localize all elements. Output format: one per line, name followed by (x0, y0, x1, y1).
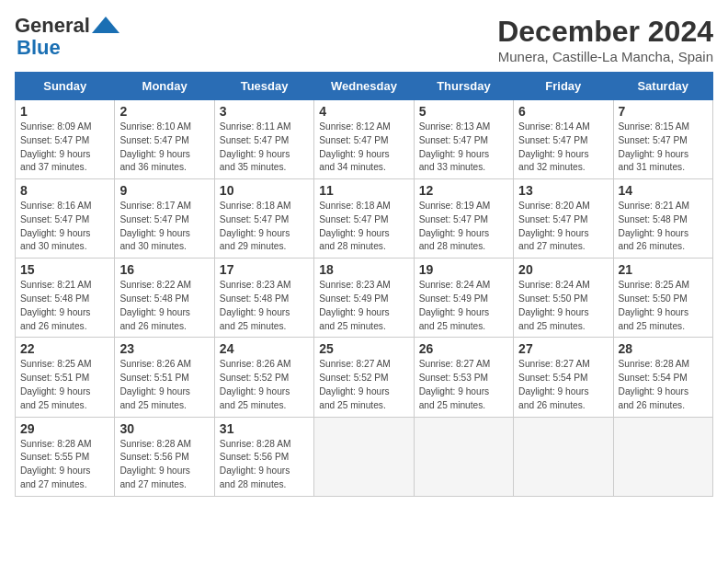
calendar-cell: 7Sunrise: 8:15 AM Sunset: 5:47 PM Daylig… (613, 100, 712, 179)
day-info: Sunrise: 8:27 AM Sunset: 5:54 PM Dayligh… (518, 358, 608, 412)
day-info: Sunrise: 8:17 AM Sunset: 5:47 PM Dayligh… (119, 200, 209, 254)
calendar-cell (514, 417, 613, 496)
day-info: Sunrise: 8:10 AM Sunset: 5:47 PM Dayligh… (119, 121, 209, 175)
calendar-cell: 5Sunrise: 8:13 AM Sunset: 5:47 PM Daylig… (414, 100, 513, 179)
calendar-cell: 17Sunrise: 8:23 AM Sunset: 5:48 PM Dayli… (214, 259, 313, 338)
day-info: Sunrise: 8:23 AM Sunset: 5:49 PM Dayligh… (319, 279, 408, 333)
day-info: Sunrise: 8:14 AM Sunset: 5:47 PM Dayligh… (518, 121, 608, 175)
day-number: 10 (220, 183, 309, 198)
header-tuesday: Tuesday (214, 73, 313, 100)
day-number: 8 (20, 183, 109, 198)
calendar-cell (613, 417, 712, 496)
day-info: Sunrise: 8:26 AM Sunset: 5:52 PM Dayligh… (220, 358, 309, 412)
logo-icon (92, 17, 119, 33)
day-info: Sunrise: 8:16 AM Sunset: 5:47 PM Dayligh… (20, 200, 109, 254)
day-info: Sunrise: 8:28 AM Sunset: 5:56 PM Dayligh… (119, 438, 209, 492)
day-info: Sunrise: 8:24 AM Sunset: 5:49 PM Dayligh… (419, 279, 508, 333)
calendar-cell (414, 417, 513, 496)
calendar-cell: 1Sunrise: 8:09 AM Sunset: 5:47 PM Daylig… (16, 100, 115, 179)
day-number: 28 (619, 341, 708, 356)
day-number: 19 (419, 262, 508, 277)
calendar-body: 1Sunrise: 8:09 AM Sunset: 5:47 PM Daylig… (16, 100, 713, 497)
calendar-cell: 2Sunrise: 8:10 AM Sunset: 5:47 PM Daylig… (115, 100, 214, 179)
calendar-cell: 25Sunrise: 8:27 AM Sunset: 5:52 PM Dayli… (314, 338, 414, 417)
calendar-cell: 20Sunrise: 8:24 AM Sunset: 5:50 PM Dayli… (514, 259, 613, 338)
day-number: 3 (220, 104, 309, 119)
day-number: 5 (419, 104, 508, 119)
calendar-cell: 4Sunrise: 8:12 AM Sunset: 5:47 PM Daylig… (314, 100, 414, 179)
day-number: 12 (419, 183, 508, 198)
day-number: 21 (619, 262, 708, 277)
calendar-cell: 26Sunrise: 8:27 AM Sunset: 5:53 PM Dayli… (414, 338, 513, 417)
header-friday: Friday (514, 73, 613, 100)
day-number: 18 (319, 262, 408, 277)
calendar-cell (314, 417, 414, 496)
day-number: 9 (119, 183, 209, 198)
day-number: 27 (518, 341, 608, 356)
day-info: Sunrise: 8:28 AM Sunset: 5:55 PM Dayligh… (20, 438, 109, 492)
day-number: 16 (119, 262, 209, 277)
day-number: 29 (20, 421, 109, 436)
day-info: Sunrise: 8:28 AM Sunset: 5:56 PM Dayligh… (220, 438, 309, 492)
calendar-cell: 23Sunrise: 8:26 AM Sunset: 5:51 PM Dayli… (115, 338, 214, 417)
calendar-cell: 27Sunrise: 8:27 AM Sunset: 5:54 PM Dayli… (514, 338, 613, 417)
day-info: Sunrise: 8:25 AM Sunset: 5:51 PM Dayligh… (20, 358, 109, 412)
header-wednesday: Wednesday (314, 73, 414, 100)
logo: General Blue (15, 15, 119, 59)
day-number: 15 (20, 262, 109, 277)
day-info: Sunrise: 8:18 AM Sunset: 5:47 PM Dayligh… (319, 200, 408, 254)
calendar-week: 8Sunrise: 8:16 AM Sunset: 5:47 PM Daylig… (16, 179, 713, 259)
day-info: Sunrise: 8:12 AM Sunset: 5:47 PM Dayligh… (319, 121, 408, 175)
header-saturday: Saturday (613, 73, 712, 100)
day-info: Sunrise: 8:18 AM Sunset: 5:47 PM Dayligh… (220, 200, 309, 254)
title-area: December 2024 Munera, Castille-La Mancha… (497, 15, 713, 64)
calendar-cell: 10Sunrise: 8:18 AM Sunset: 5:47 PM Dayli… (214, 179, 313, 259)
day-info: Sunrise: 8:13 AM Sunset: 5:47 PM Dayligh… (419, 121, 508, 175)
day-info: Sunrise: 8:20 AM Sunset: 5:47 PM Dayligh… (518, 200, 608, 254)
calendar-title: December 2024 (497, 15, 713, 49)
day-info: Sunrise: 8:27 AM Sunset: 5:53 PM Dayligh… (419, 358, 508, 412)
day-info: Sunrise: 8:15 AM Sunset: 5:47 PM Dayligh… (619, 121, 708, 175)
day-number: 4 (319, 104, 408, 119)
calendar-cell: 12Sunrise: 8:19 AM Sunset: 5:47 PM Dayli… (414, 179, 513, 259)
day-info: Sunrise: 8:21 AM Sunset: 5:48 PM Dayligh… (619, 200, 708, 254)
day-info: Sunrise: 8:21 AM Sunset: 5:48 PM Dayligh… (20, 279, 109, 333)
calendar-cell: 8Sunrise: 8:16 AM Sunset: 5:47 PM Daylig… (16, 179, 115, 259)
day-info: Sunrise: 8:26 AM Sunset: 5:51 PM Dayligh… (119, 358, 209, 412)
day-number: 14 (619, 183, 708, 198)
header-sunday: Sunday (16, 73, 115, 100)
day-number: 26 (419, 341, 508, 356)
logo-text: General (15, 15, 90, 37)
day-info: Sunrise: 8:27 AM Sunset: 5:52 PM Dayligh… (319, 358, 408, 412)
calendar-cell: 18Sunrise: 8:23 AM Sunset: 5:49 PM Dayli… (314, 259, 414, 338)
calendar-cell: 15Sunrise: 8:21 AM Sunset: 5:48 PM Dayli… (16, 259, 115, 338)
day-info: Sunrise: 8:28 AM Sunset: 5:54 PM Dayligh… (619, 358, 708, 412)
day-number: 24 (220, 341, 309, 356)
day-number: 11 (319, 183, 408, 198)
calendar-cell: 29Sunrise: 8:28 AM Sunset: 5:55 PM Dayli… (16, 417, 115, 496)
svg-marker-0 (92, 17, 119, 33)
day-number: 17 (220, 262, 309, 277)
calendar-cell: 19Sunrise: 8:24 AM Sunset: 5:49 PM Dayli… (414, 259, 513, 338)
calendar-cell: 24Sunrise: 8:26 AM Sunset: 5:52 PM Dayli… (214, 338, 313, 417)
calendar-cell: 11Sunrise: 8:18 AM Sunset: 5:47 PM Dayli… (314, 179, 414, 259)
calendar-cell: 22Sunrise: 8:25 AM Sunset: 5:51 PM Dayli… (16, 338, 115, 417)
day-info: Sunrise: 8:25 AM Sunset: 5:50 PM Dayligh… (619, 279, 708, 333)
day-number: 6 (518, 104, 608, 119)
day-number: 20 (518, 262, 608, 277)
header: General Blue December 2024 Munera, Casti… (15, 15, 713, 64)
day-number: 31 (220, 421, 309, 436)
day-number: 23 (119, 341, 209, 356)
calendar-cell: 13Sunrise: 8:20 AM Sunset: 5:47 PM Dayli… (514, 179, 613, 259)
day-info: Sunrise: 8:11 AM Sunset: 5:47 PM Dayligh… (220, 121, 309, 175)
calendar-week: 1Sunrise: 8:09 AM Sunset: 5:47 PM Daylig… (16, 100, 713, 179)
day-info: Sunrise: 8:22 AM Sunset: 5:48 PM Dayligh… (119, 279, 209, 333)
day-number: 13 (518, 183, 608, 198)
day-number: 2 (119, 104, 209, 119)
day-info: Sunrise: 8:09 AM Sunset: 5:47 PM Dayligh… (20, 121, 109, 175)
calendar-table: SundayMondayTuesdayWednesdayThursdayFrid… (15, 72, 713, 497)
calendar-cell: 21Sunrise: 8:25 AM Sunset: 5:50 PM Dayli… (613, 259, 712, 338)
day-number: 7 (619, 104, 708, 119)
calendar-cell: 9Sunrise: 8:17 AM Sunset: 5:47 PM Daylig… (115, 179, 214, 259)
calendar-header: SundayMondayTuesdayWednesdayThursdayFrid… (16, 73, 713, 100)
